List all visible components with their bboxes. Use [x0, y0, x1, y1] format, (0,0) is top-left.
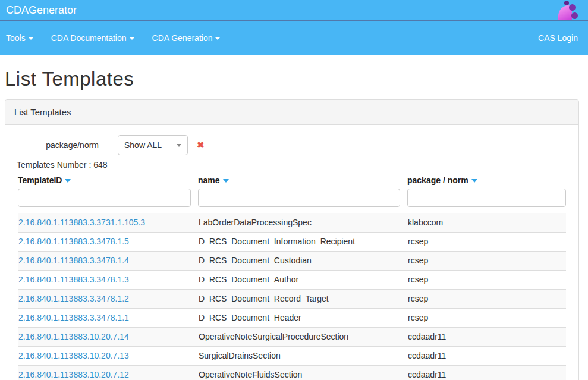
template-id-cell: 2.16.840.1.113883.10.20.7.13	[18, 347, 198, 366]
template-id-link[interactable]: 2.16.840.1.113883.10.20.7.14	[18, 332, 129, 341]
table-row: 2.16.840.1.113883.10.20.7.12 OperativeNo…	[18, 366, 566, 380]
app-logo	[551, 0, 582, 20]
table-row: 2.16.840.1.113883.3.3478.1.5 D_RCS_Docum…	[18, 233, 566, 252]
template-name-cell: D_RCS_Document_Information_Recipient	[198, 233, 407, 252]
cas-login-link[interactable]: CAS Login	[537, 33, 579, 43]
nav-menu: Tools CDA Documentation CDA Generation	[0, 33, 229, 43]
table-row: 2.16.840.1.113883.10.20.7.14 OperativeNo…	[18, 328, 566, 347]
chevron-down-icon	[215, 37, 220, 40]
column-header-name-label: name	[198, 175, 220, 185]
table-row: 2.16.840.1.113883.3.3478.1.1 D_RCS_Docum…	[18, 309, 566, 328]
template-id-link[interactable]: 2.16.840.1.113883.3.3478.1.5	[18, 237, 129, 246]
template-id-link[interactable]: 2.16.840.1.113883.3.3731.1.105.3	[18, 218, 145, 227]
table-row: 2.16.840.1.113883.3.3731.1.105.3 LabOrde…	[18, 213, 566, 233]
table-row: 2.16.840.1.113883.10.20.7.13 SurgicalDra…	[18, 347, 566, 366]
package-norm-label: package/norm	[14, 140, 99, 150]
template-package-cell: ccdaadr11	[407, 328, 566, 347]
column-header-package-norm[interactable]: package / norm	[407, 175, 477, 185]
table-row: 2.16.840.1.113883.3.3478.1.4 D_RCS_Docum…	[18, 252, 566, 271]
package-norm-select-value: Show ALL	[124, 140, 162, 150]
nav-item-cda-generation[interactable]: CDA Generation	[143, 33, 229, 43]
templates-table: TemplateID name package / norm	[18, 174, 566, 380]
template-id-link[interactable]: 2.16.840.1.113883.3.3478.1.3	[18, 275, 129, 284]
template-id-cell: 2.16.840.1.113883.3.3478.1.1	[18, 309, 198, 328]
template-id-link[interactable]: 2.16.840.1.113883.10.20.7.13	[18, 351, 129, 360]
template-name-cell: OperativeNoteSurgicalProcedureSection	[198, 328, 407, 347]
table-body: 2.16.840.1.113883.3.3731.1.105.3 LabOrde…	[18, 213, 566, 380]
panel-body: package/norm Show ALL ✖ Templates Number…	[5, 125, 578, 380]
template-name-cell: D_RCS_Document_Header	[198, 309, 407, 328]
navbar-brand-bar: CDAGenerator	[0, 0, 588, 21]
template-id-cell: 2.16.840.1.113883.10.20.7.12	[18, 366, 198, 380]
package-filter-row: package/norm Show ALL ✖	[14, 135, 570, 155]
templates-count: Templates Number : 648	[17, 160, 570, 169]
clear-filter-icon[interactable]: ✖	[197, 140, 205, 150]
template-id-cell: 2.16.840.1.113883.3.3731.1.105.3	[18, 213, 198, 233]
nav-item-tools[interactable]: Tools	[0, 33, 42, 43]
sort-caret-icon	[223, 179, 229, 183]
main-content: List Templates List Templates package/no…	[0, 68, 588, 380]
column-header-templateid[interactable]: TemplateID	[18, 175, 71, 185]
package-norm-select[interactable]: Show ALL	[118, 135, 188, 155]
template-id-cell: 2.16.840.1.113883.3.3478.1.3	[18, 271, 198, 290]
nav-item-cda-documentation-label: CDA Documentation	[51, 33, 127, 43]
brand-link[interactable]: CDAGenerator	[6, 0, 77, 20]
template-package-cell: rcsep	[407, 233, 566, 252]
template-id-cell: 2.16.840.1.113883.3.3478.1.4	[18, 252, 198, 271]
list-templates-panel: List Templates package/norm Show ALL ✖ T…	[5, 99, 579, 380]
template-name-cell: D_RCS_Document_Author	[198, 271, 407, 290]
page-title: List Templates	[5, 68, 579, 90]
logo-dot-medium	[569, 4, 576, 11]
filter-input-package-norm[interactable]	[407, 189, 566, 207]
template-name-cell: D_RCS_Document_Custodian	[198, 252, 407, 271]
chevron-down-icon	[130, 37, 134, 40]
panel-heading: List Templates	[5, 100, 578, 125]
template-id-link[interactable]: 2.16.840.1.113883.3.3478.1.2	[18, 294, 129, 303]
table-head: TemplateID name package / norm	[18, 174, 566, 213]
template-package-cell: rcsep	[407, 271, 566, 290]
template-package-cell: klabccom	[407, 213, 566, 233]
template-package-cell: rcsep	[407, 309, 566, 328]
template-package-cell: ccdaadr11	[407, 347, 566, 366]
filter-input-templateid[interactable]	[18, 189, 191, 207]
template-name-cell: LabOrderDataProcessingSpec	[198, 213, 407, 233]
template-package-cell: rcsep	[407, 290, 566, 309]
nav-item-cda-generation-label: CDA Generation	[152, 33, 213, 43]
nav-item-cda-documentation[interactable]: CDA Documentation	[42, 33, 143, 43]
template-package-cell: ccdaadr11	[407, 366, 566, 380]
template-name-cell: SurgicalDrainsSection	[198, 347, 407, 366]
template-id-cell: 2.16.840.1.113883.3.3478.1.2	[18, 290, 198, 309]
chevron-down-icon	[177, 144, 181, 147]
template-id-link[interactable]: 2.16.840.1.113883.3.3478.1.4	[18, 256, 129, 265]
template-id-link[interactable]: 2.16.840.1.113883.3.3478.1.1	[18, 313, 129, 322]
table-row: 2.16.840.1.113883.3.3478.1.3 D_RCS_Docum…	[18, 271, 566, 290]
logo-dot-lower	[571, 12, 578, 19]
template-package-cell: rcsep	[407, 252, 566, 271]
table-row: 2.16.840.1.113883.3.3478.1.2 D_RCS_Docum…	[18, 290, 566, 309]
sort-caret-icon	[471, 179, 477, 183]
column-header-name[interactable]: name	[198, 175, 229, 185]
filter-input-name[interactable]	[198, 189, 400, 207]
template-name-cell: OperativeNoteFluidsSection	[198, 366, 407, 380]
template-name-cell: D_RCS_Document_Record_Target	[198, 290, 407, 309]
logo-dot-small	[564, 1, 569, 5]
template-id-cell: 2.16.840.1.113883.10.20.7.14	[18, 328, 198, 347]
column-header-package-norm-label: package / norm	[407, 175, 468, 185]
column-header-templateid-label: TemplateID	[18, 175, 62, 185]
navbar-menu-bar: Tools CDA Documentation CDA Generation C…	[0, 21, 588, 55]
nav-item-tools-label: Tools	[6, 33, 26, 43]
navbar: CDAGenerator Tools CDA Documentation CDA…	[0, 0, 588, 55]
template-id-link[interactable]: 2.16.840.1.113883.10.20.7.12	[18, 370, 129, 379]
sort-caret-icon	[65, 179, 71, 183]
chevron-down-icon	[29, 37, 33, 40]
template-id-cell: 2.16.840.1.113883.3.3478.1.5	[18, 233, 198, 252]
